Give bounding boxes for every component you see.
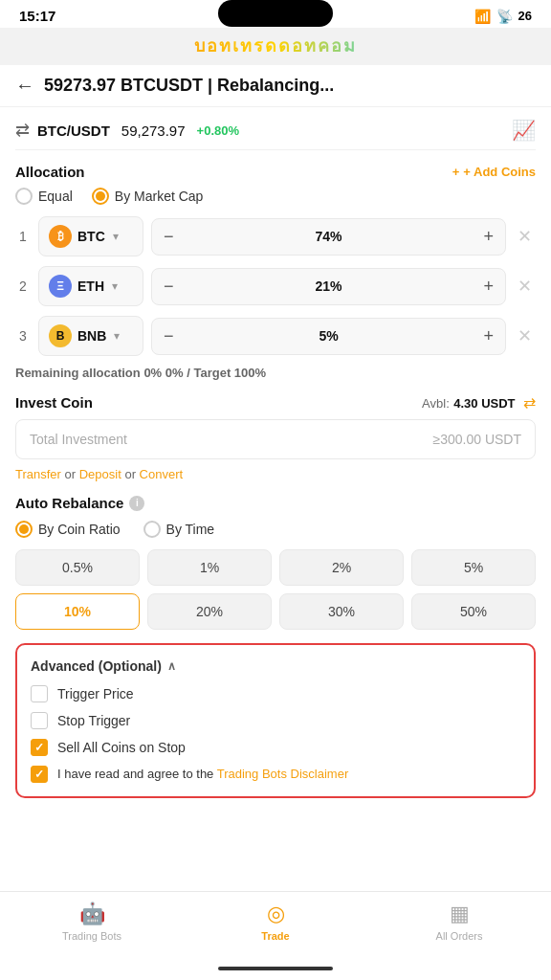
btc-name: BTC: [77, 229, 105, 244]
eth-name: ETH: [77, 278, 104, 294]
pair-change: +0.80%: [197, 123, 239, 138]
invest-title: Invest Coin: [15, 394, 93, 411]
trigger-price-row[interactable]: Trigger Price: [31, 685, 520, 702]
all-orders-icon: ▦: [450, 902, 470, 926]
dynamic-island: [218, 0, 333, 27]
page-title: 59273.97 BTCUSDT | Rebalancing...: [44, 76, 334, 96]
eth-remove-button[interactable]: ✕: [514, 272, 536, 301]
battery-icon: 26: [518, 9, 532, 23]
chart-icon[interactable]: 📈: [512, 119, 536, 142]
bnb-decrease-button[interactable]: −: [152, 319, 186, 354]
ratio-50[interactable]: 50%: [411, 593, 536, 630]
app-header: ← 59273.97 BTCUSDT | Rebalancing...: [0, 65, 551, 107]
nav-all-orders[interactable]: ▦ All Orders: [367, 902, 551, 942]
stop-trigger-row[interactable]: Stop Trigger: [31, 712, 520, 729]
remaining-allocation: Remaining allocation 0% 0% / Target 100%: [15, 366, 536, 380]
btc-percent: 74%: [186, 229, 473, 244]
stop-trigger-checkbox[interactable]: [31, 712, 48, 729]
advanced-section: Advanced (Optional) ∧ Trigger Price Stop…: [15, 643, 536, 798]
signal-icon: 📶: [474, 9, 491, 24]
disclaimer-link[interactable]: Trading Bots Disclaimer: [217, 767, 349, 781]
ratio-5[interactable]: 5%: [411, 549, 536, 586]
eth-icon: Ξ: [49, 275, 72, 298]
avbl-label: Avbl:: [422, 396, 450, 411]
transfer-icon[interactable]: ⇄: [523, 394, 536, 411]
sell-all-coins-checkbox[interactable]: [31, 739, 48, 756]
eth-decrease-button[interactable]: −: [152, 269, 186, 304]
allocation-mode-group: Equal By Market Cap: [15, 188, 536, 205]
or-2: or: [124, 467, 139, 481]
disclaimer-row[interactable]: I have read and agree to the Trading Bot…: [31, 766, 520, 783]
eth-percent: 21%: [186, 278, 473, 294]
avbl-info: Avbl: 4.30 USDT ⇄: [422, 393, 536, 412]
all-orders-label: All Orders: [436, 930, 483, 942]
by-coin-ratio-radio[interactable]: By Coin Ratio: [15, 521, 121, 538]
by-time-radio[interactable]: By Time: [143, 521, 215, 538]
status-time: 15:17: [19, 8, 55, 24]
total-investment-row[interactable]: Total Investment ≥300.00 USDT: [15, 419, 536, 459]
btc-remove-button[interactable]: ✕: [514, 222, 536, 251]
coin-ratio-label: By Coin Ratio: [38, 522, 121, 537]
plus-icon: +: [452, 165, 460, 179]
ratio-10[interactable]: 10%: [15, 593, 140, 630]
coin-ratio-radio-circle: [15, 521, 33, 538]
trigger-price-checkbox[interactable]: [31, 685, 48, 702]
sell-all-coins-row[interactable]: Sell All Coins on Stop: [31, 739, 520, 756]
transfer-link[interactable]: Transfer: [15, 467, 61, 481]
coin-num-2: 2: [15, 278, 31, 294]
advanced-header[interactable]: Advanced (Optional) ∧: [31, 658, 520, 674]
add-coins-button[interactable]: + + Add Coins: [452, 165, 536, 179]
ratio-1[interactable]: 1%: [147, 549, 272, 586]
rebalance-header: Auto Rebalance i: [15, 495, 536, 511]
pair-info: ⇄ BTC/USDT 59,273.97 +0.80%: [15, 120, 239, 141]
coin-select-btc[interactable]: ₿ BTC ▾: [38, 216, 143, 256]
pair-name[interactable]: BTC/USDT: [37, 122, 110, 139]
home-indicator: [0, 957, 551, 980]
by-time-radio-circle: [143, 521, 161, 538]
coin-row-3: 3 B BNB ▾ − 5% + ✕: [15, 316, 536, 356]
coin-num-3: 3: [15, 328, 31, 344]
coin-num-1: 1: [15, 229, 31, 244]
sell-all-coins-label: Sell All Coins on Stop: [57, 740, 186, 755]
status-icons: 📶 📡 26: [474, 9, 532, 24]
swap-icon: ⇄: [15, 120, 30, 141]
ratio-2[interactable]: 2%: [279, 549, 404, 586]
btc-increase-button[interactable]: +: [472, 219, 505, 255]
ratio-grid: 0.5% 1% 2% 5% 10% 20% 30% 50%: [15, 549, 536, 630]
allocation-marketcap-radio[interactable]: By Market Cap: [92, 188, 204, 205]
coin-select-bnb[interactable]: B BNB ▾: [38, 316, 143, 356]
bnb-increase-button[interactable]: +: [472, 319, 505, 354]
nav-trade[interactable]: ◎ Trade: [184, 902, 367, 942]
deposit-link[interactable]: Deposit: [79, 467, 121, 481]
ratio-20[interactable]: 20%: [147, 593, 272, 630]
back-button[interactable]: ←: [15, 75, 34, 97]
ratio-0.5[interactable]: 0.5%: [15, 549, 140, 586]
allocation-equal-radio[interactable]: Equal: [15, 188, 73, 205]
coin-ratio-radio-inner: [19, 524, 29, 534]
eth-increase-button[interactable]: +: [472, 269, 505, 304]
wifi-icon: 📡: [496, 9, 513, 24]
marketcap-label: By Market Cap: [115, 189, 204, 204]
bnb-name: BNB: [77, 328, 106, 344]
trigger-price-label: Trigger Price: [57, 686, 134, 702]
target-pct: 100%: [234, 366, 266, 380]
watermark: บอทเทรดดอทคอม: [0, 28, 551, 65]
bnb-percent: 5%: [186, 328, 473, 344]
disclaimer-checkbox[interactable]: [31, 766, 48, 783]
ratio-30[interactable]: 30%: [279, 593, 404, 630]
trade-label: Trade: [261, 930, 289, 942]
convert-link[interactable]: Convert: [140, 467, 184, 481]
status-bar: 15:17 📶 📡 26: [0, 0, 551, 28]
main-content: ⇄ BTC/USDT 59,273.97 +0.80% 📈 Allocation…: [0, 107, 551, 891]
eth-alloc-control: − 21% +: [151, 268, 506, 305]
rebalance-mode-group: By Coin Ratio By Time: [15, 521, 536, 538]
add-coins-label: + Add Coins: [463, 165, 536, 179]
or-1: or: [65, 467, 79, 481]
bnb-remove-button[interactable]: ✕: [514, 322, 536, 350]
btc-decrease-button[interactable]: −: [152, 219, 186, 255]
rebalance-info-icon[interactable]: i: [129, 496, 144, 511]
target-label: / Target: [187, 366, 234, 380]
coin-select-eth[interactable]: Ξ ETH ▾: [38, 266, 143, 306]
disclaimer-prefix: I have read and agree to the: [57, 767, 217, 781]
nav-trading-bots[interactable]: 🤖 Trading Bots: [0, 902, 184, 942]
